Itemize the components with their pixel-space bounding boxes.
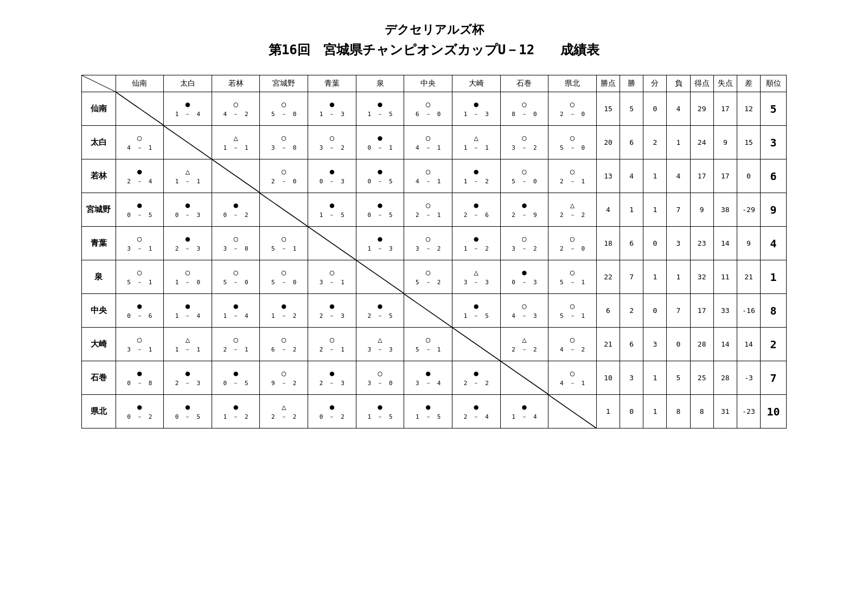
result-symbol: ○ [309,335,355,346]
result-symbol: ● [501,267,548,278]
result-symbol: ● [453,402,500,413]
result-symbol: ● [453,368,500,379]
result-symbol: ○ [549,234,596,245]
stat-draws: 1 [643,395,667,428]
match-cell: ○5 － 1 [260,227,308,260]
result-symbol: ○ [213,267,259,278]
svg-line-5 [308,227,356,260]
stat-rank: 9 [761,193,787,227]
score-line: 0 － 2 [213,211,259,219]
stat-points: 18 [596,227,620,260]
result-symbol: ● [453,234,500,245]
col-header-wakabayashi: 若林 [212,75,260,92]
result-symbol: △ [213,133,259,144]
col-header-ishinomaki: 石巻 [500,75,548,92]
match-cell: ○4 － 1 [548,361,597,395]
result-symbol: ○ [549,301,596,312]
score-line: 0 － 3 [309,177,355,186]
match-cell: ●0 － 5 [116,193,164,227]
match-cell: ●1 － 2 [452,227,500,260]
table-row: 若林●2 － 4△1 － 1○2 － 0●0 － 3●0 － 5○4 － 1●1… [82,159,787,193]
score-line: 3 － 2 [309,144,355,152]
match-cell: ○2 － 1 [404,193,452,227]
result-symbol: ● [117,301,163,312]
stat-conceded: 17 [713,92,737,126]
match-cell [548,395,597,428]
stat-rank: 6 [761,159,787,193]
score-line: 2 － 4 [453,413,500,421]
table-row: 泉○5 － 1○1 － 0○5 － 0○5 － 0○3 － 1○5 － 2△3 … [82,260,787,294]
score-line: 0 － 5 [164,413,211,421]
stat-rank: 5 [761,92,787,126]
score-line: 1 － 4 [213,312,259,320]
match-cell: ●1 － 5 [356,395,404,428]
result-symbol: ○ [501,167,548,177]
result-symbol: ● [164,402,211,413]
match-cell: ○4 － 2 [548,328,597,361]
stat-wins: 5 [620,92,643,126]
col-header-wins: 勝 [620,75,643,92]
col-header-izumi: 泉 [356,75,404,92]
result-symbol: ○ [405,234,451,245]
score-line: 1 － 5 [405,413,451,421]
match-cell [164,126,212,159]
score-line: 2 － 2 [260,413,307,421]
score-line: 3 － 0 [357,379,404,387]
title-line1: デクセリアルズ杯 [81,22,787,38]
match-cell: ○3 － 0 [212,227,260,260]
stat-conceded: 17 [713,159,737,193]
result-symbol: ○ [549,133,596,144]
stat-points: 1 [596,395,620,428]
match-cell: ●1 － 4 [212,294,260,328]
title-line2: 第16回 宮城県チャンピオンズカップU－12 成績表 [81,41,787,59]
stat-rank: 7 [761,361,787,395]
stat-points: 4 [596,193,620,227]
result-symbol: ○ [213,234,259,245]
stat-wins: 4 [620,159,643,193]
svg-line-2 [164,126,212,159]
result-symbol: ○ [260,335,307,346]
result-symbol: ● [453,99,500,110]
col-header-draws: 分 [643,75,667,92]
stat-rank: 1 [761,260,787,294]
stat-rank: 3 [761,126,787,159]
score-line: 5 － 0 [260,278,307,286]
match-cell: ○3 － 2 [500,227,548,260]
svg-line-3 [212,159,260,193]
result-symbol: ● [357,234,404,245]
score-line: 5 － 0 [213,278,259,286]
result-symbol: ○ [117,267,163,278]
team-name-cell: 中央 [82,294,116,328]
stat-scored: 23 [690,227,713,260]
match-cell: ●1 － 3 [452,92,500,126]
score-line: 3 － 0 [260,144,307,152]
score-line: 5 － 1 [549,312,596,320]
stat-points: 21 [596,328,620,361]
match-cell: ○2 － 1 [308,328,356,361]
result-symbol: △ [357,335,404,346]
match-cell: ●0 － 6 [116,294,164,328]
col-header-chuo: 中央 [404,75,452,92]
stat-wins: 1 [620,193,643,227]
result-symbol: ○ [405,200,451,211]
match-cell: ○4 － 1 [404,126,452,159]
score-line: 2 － 2 [549,211,596,219]
match-cell: ○4 － 2 [212,92,260,126]
score-line: 5 － 1 [405,346,451,354]
match-cell: ●0 － 2 [308,395,356,428]
score-line: 1 － 1 [453,144,500,152]
result-symbol: ○ [549,99,596,110]
stat-scored: 29 [690,92,713,126]
score-line: 4 － 1 [549,379,596,387]
score-line: 1 － 2 [213,413,259,421]
stat-wins: 7 [620,260,643,294]
stat-points: 10 [596,361,620,395]
score-line: 4 － 2 [549,346,596,354]
stat-wins: 6 [620,328,643,361]
score-line: 2 － 5 [357,312,404,320]
score-line: 2 － 2 [501,346,548,354]
result-symbol: ● [117,200,163,211]
match-cell: ●0 － 5 [356,159,404,193]
result-symbol: ● [117,167,163,177]
col-header-losses: 負 [667,75,690,92]
